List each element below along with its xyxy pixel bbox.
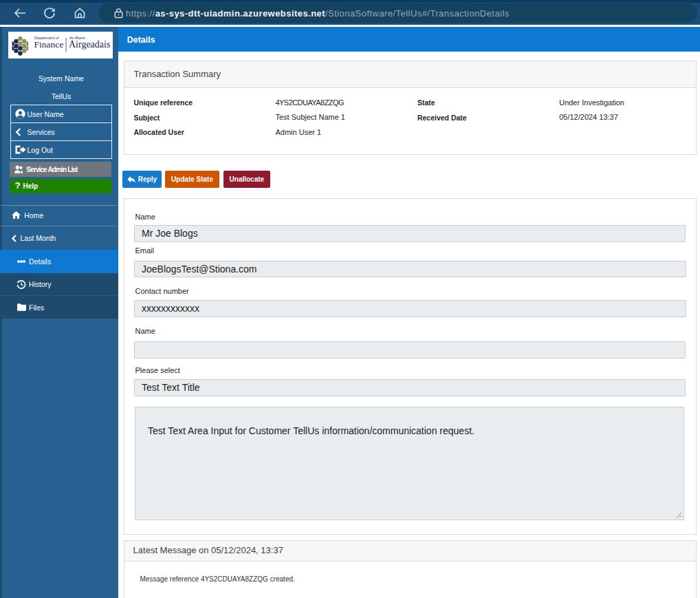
svg-text:Finance: Finance bbox=[34, 39, 64, 50]
svg-text:Airgeadais: Airgeadais bbox=[69, 39, 110, 50]
